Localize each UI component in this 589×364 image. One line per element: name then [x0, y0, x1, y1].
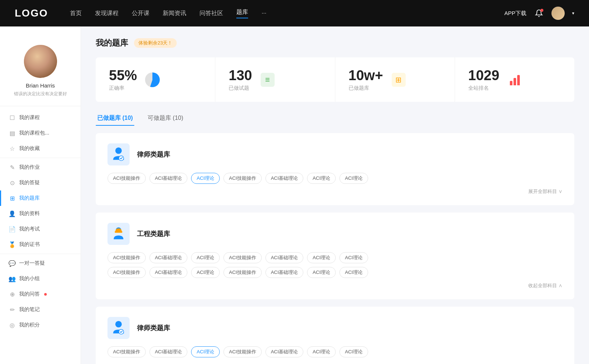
tag-item[interactable]: ACI技能操作 [223, 346, 262, 357]
app-download-button[interactable]: APP下载 [504, 10, 526, 17]
stat-done-questions: 130 已做试题 ≡ [215, 57, 335, 102]
nav-more[interactable]: ··· [261, 10, 266, 17]
tag-item-active[interactable]: ACI理论 [191, 173, 220, 184]
done-banks-icon: ⊞ [391, 72, 407, 88]
lawyer-tags-1: ACI技能操作 ACI基础理论 ACI理论 ACI技能操作 ACI基础理论 AC… [107, 173, 562, 184]
notification-bell[interactable] [534, 8, 544, 18]
collapse-link[interactable]: 收起全部科目 ∧ [107, 282, 562, 289]
accuracy-icon [144, 72, 161, 88]
main-content: 我的题库 体验剩余23天！ 55% 正确率 130 已做试题 ≡ [81, 26, 589, 364]
sidebar-item-favorites[interactable]: ☆ 我的收藏 [0, 141, 81, 156]
done-banks-label: 已做题库 [349, 85, 383, 92]
divider-2 [0, 254, 81, 254]
tag-item[interactable]: ACI基础理论 [149, 173, 188, 184]
qa-icon: ⊕ [9, 291, 15, 297]
sidebar-item-my-questions[interactable]: ⊕ 我的问答 [0, 286, 81, 302]
nav-quiz[interactable]: 题库 [236, 8, 248, 18]
chat-icon: 💬 [9, 260, 15, 267]
tag-item[interactable]: ACI基础理论 [265, 267, 304, 278]
sidebar-item-my-points[interactable]: ◎ 我的积分 [0, 317, 81, 333]
tag-item[interactable]: ACI理论 [307, 173, 336, 184]
sidebar-menu: ☐ 我的课程 ▤ 我的课程包... ☆ 我的收藏 ✎ 我的作业 ⊙ 我的答疑 ⊞ [0, 106, 81, 336]
tag-item[interactable]: ACI技能操作 [223, 267, 262, 278]
svg-point-0 [115, 147, 122, 154]
sidebar-item-my-info[interactable]: 👤 我的资料 [0, 206, 81, 221]
tag-item[interactable]: ACI理论 [339, 252, 368, 263]
tag-item[interactable]: ACI理论 [339, 267, 368, 278]
tag-item[interactable]: ACI技能操作 [107, 267, 146, 278]
tag-item-active[interactable]: ACI理论 [191, 346, 220, 357]
tab-available-banks[interactable]: 可做题库 (10) [146, 111, 185, 126]
sidebar-item-one-on-one[interactable]: 💬 一对一答疑 [0, 256, 81, 271]
tag-item[interactable]: ACI理论 [339, 346, 368, 357]
sidebar-item-my-group[interactable]: 👥 我的小组 [0, 271, 81, 286]
grid-icon: ⊞ [9, 195, 15, 201]
accuracy-label: 正确率 [109, 85, 137, 92]
nav-open-course[interactable]: 公开课 [132, 10, 149, 17]
tag-item[interactable]: ACI理论 [191, 252, 220, 263]
tag-item[interactable]: ACI技能操作 [107, 252, 146, 263]
tag-item[interactable]: ACI理论 [307, 252, 336, 263]
page-title: 我的题库 [96, 38, 128, 49]
sidebar-item-certificate[interactable]: 🏅 我的证书 [0, 237, 81, 252]
file-icon: ☐ [9, 114, 15, 121]
tag-item[interactable]: ACI理论 [191, 267, 220, 278]
unread-dot [44, 293, 47, 296]
tag-item[interactable]: ACI理论 [339, 173, 368, 184]
nav-qa[interactable]: 问答社区 [200, 10, 223, 17]
tab-done-banks[interactable]: 已做题库 (10) [96, 111, 134, 126]
engineer-icon [110, 226, 127, 242]
group-icon: 👥 [9, 275, 15, 282]
stat-ranking: 1029 全站排名 [455, 57, 574, 102]
sidebar-item-my-exam[interactable]: 📄 我的考试 [0, 221, 81, 237]
doc-icon: 📄 [9, 226, 15, 232]
tag-item[interactable]: ACI理论 [307, 346, 336, 357]
stat-accuracy: 55% 正确率 [96, 57, 215, 102]
tag-item[interactable]: ACI基础理论 [149, 346, 188, 357]
done-questions-icon: ≡ [260, 72, 276, 88]
quiz-card-engineer: 工程类题库 ACI技能操作 ACI基础理论 ACI理论 ACI技能操作 ACI基… [96, 213, 574, 299]
engineer-tags-row1: ACI技能操作 ACI基础理论 ACI理论 ACI技能操作 ACI基础理论 AC… [107, 252, 562, 263]
navbar-right: APP下载 ▾ [504, 7, 574, 20]
page-header: 我的题库 体验剩余23天！ [96, 38, 574, 49]
tag-item[interactable]: ACI技能操作 [223, 252, 262, 263]
nav-home[interactable]: 首页 [70, 10, 82, 17]
done-questions-value: 130 [229, 68, 252, 83]
tag-item[interactable]: ACI基础理论 [149, 267, 188, 278]
nav-discover[interactable]: 发现课程 [95, 10, 119, 17]
sidebar-item-quiz-bank[interactable]: ⊞ 我的题库 [0, 190, 81, 206]
lawyer-icon-2 [110, 320, 127, 336]
tabs: 已做题库 (10) 可做题库 (10) [96, 111, 574, 126]
tag-item[interactable]: ACI技能操作 [107, 346, 146, 357]
sidebar-item-homework[interactable]: ✎ 我的作业 [0, 160, 81, 175]
stats-row: 55% 正确率 130 已做试题 ≡ 10w+ 已做题库 [96, 57, 574, 102]
engineer-tags-row2: ACI技能操作 ACI基础理论 ACI理论 ACI技能操作 ACI基础理论 AC… [107, 267, 562, 278]
ranking-icon [507, 72, 523, 88]
quiz-card-lawyer-1: 律师类题库 ACI技能操作 ACI基础理论 ACI理论 ACI技能操作 ACI基… [96, 133, 574, 205]
sidebar: Brian Harris 错误的决定比没有决定要好 ☐ 我的课程 ▤ 我的课程包… [0, 26, 81, 364]
nav-news[interactable]: 新闻资讯 [163, 10, 186, 17]
svg-point-4 [115, 321, 122, 328]
done-questions-label: 已做试题 [229, 85, 252, 92]
engineer-title: 工程类题库 [137, 229, 170, 238]
tag-item[interactable]: ACI基础理论 [265, 346, 304, 357]
tag-item[interactable]: ACI技能操作 [223, 173, 262, 184]
user-avatar-nav[interactable] [551, 7, 565, 20]
tag-item[interactable]: ACI基础理论 [149, 252, 188, 263]
expand-link-1[interactable]: 展开全部科目 ∨ [107, 188, 562, 195]
tag-item[interactable]: ACI基础理论 [265, 173, 304, 184]
lawyer-icon-wrap-1 [107, 143, 130, 165]
tag-item[interactable]: ACI基础理论 [265, 252, 304, 263]
avatar [24, 45, 57, 78]
sidebar-item-my-course[interactable]: ☐ 我的课程 [0, 110, 81, 125]
sidebar-motto: 错误的决定比没有决定要好 [7, 91, 73, 97]
sidebar-item-qa-answer[interactable]: ⊙ 我的答疑 [0, 175, 81, 190]
user-menu-chevron[interactable]: ▾ [572, 11, 574, 16]
tag-item[interactable]: ACI理论 [307, 267, 336, 278]
tag-item[interactable]: ACI技能操作 [107, 173, 146, 184]
bar-chart-icon: ▤ [9, 130, 15, 136]
sidebar-item-my-notes[interactable]: ✏ 我的笔记 [0, 302, 81, 317]
notification-dot [540, 9, 543, 12]
edit-icon: ✎ [9, 164, 15, 171]
sidebar-item-course-package[interactable]: ▤ 我的课程包... [0, 125, 81, 141]
